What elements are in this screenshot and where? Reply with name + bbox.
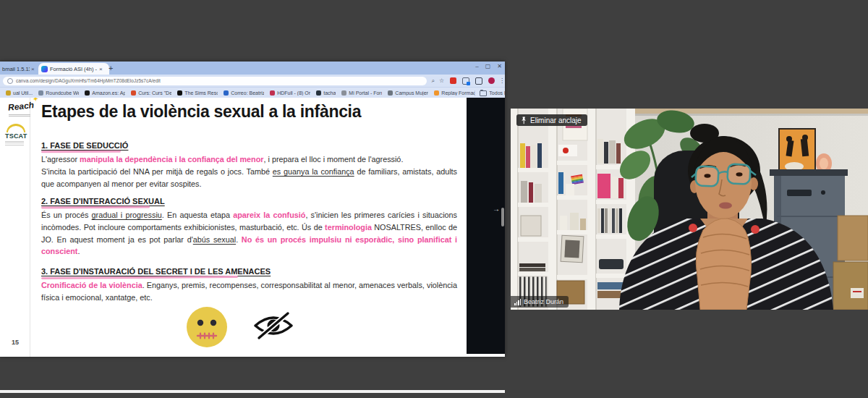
address-bar[interactable]: canva.com/design/DAGguXrmHfs/Tm64HpMmTZ0…	[3, 77, 427, 85]
bookmark-favicon	[341, 90, 346, 96]
bookmark-item[interactable]: Mi Portal - Formaci...	[341, 90, 382, 96]
zoom-icon[interactable]: ⌕	[431, 77, 434, 85]
new-tab-button[interactable]: +	[109, 64, 113, 72]
close-tab-icon[interactable]: ×	[99, 66, 103, 72]
all-bookmarks-button[interactable]: Todos los favoritos	[475, 90, 505, 96]
earring	[751, 225, 760, 234]
browser-toolbar: canva.com/design/DAGguXrmHfs/Tm64HpMmTZ0…	[0, 75, 505, 87]
star-icon: ✦	[33, 98, 39, 103]
browser-tab-active[interactable]: Formació ASI (4h) - Presentaci... ×	[38, 63, 109, 75]
bookmark-star-icon[interactable]: ☆	[439, 77, 444, 84]
earring	[689, 224, 697, 232]
bookmarks-bar: ual Util... Roundcube Webmai... Amazon.e…	[0, 87, 505, 98]
bookmark-favicon	[6, 90, 11, 96]
participant-name-tag: Beatriz Durán	[511, 296, 569, 308]
section-body: És un procés gradual i progressiu. En aq…	[41, 209, 457, 258]
browser-window-bottom-edge	[0, 390, 505, 393]
webcam-scene-illustration	[511, 109, 868, 310]
maximize-button[interactable]: ▢	[485, 63, 491, 69]
slide-page-number: 15	[12, 339, 19, 346]
bookmark-item[interactable]: ual Util...	[6, 90, 33, 96]
mic-level-icon	[514, 299, 521, 305]
canva-canvas-background: →	[467, 98, 505, 354]
cardboard-boxes	[833, 216, 868, 310]
browser-menu-icon[interactable]: ⋮	[499, 77, 505, 84]
bookmark-item[interactable]: Replay Formación d...	[434, 90, 475, 96]
slide-section-3: 3. FASE D'INSTAURACIÓ DEL SECRET I DE LE…	[41, 264, 457, 304]
bookmark-favicon	[224, 90, 229, 96]
site-info-icon[interactable]	[7, 78, 13, 84]
reach-logo-tagline	[9, 113, 30, 117]
browser-tab-inactive[interactable]: bmail 1.5.11 : : ×	[0, 63, 38, 75]
bookmark-item[interactable]: tacha	[316, 90, 336, 96]
bookmark-favicon	[131, 90, 136, 96]
section-body: Cronificació de la violència. Enganys, p…	[41, 279, 457, 304]
slide-section-1: 1. FASE DE SEDUCCIÓ L'agressor manipula …	[41, 138, 457, 190]
screen-share-region: bmail 1.5.11 : : × Formació ASI (4h) - P…	[0, 62, 505, 357]
section-body: L'agressor manipula la dependència i la …	[41, 153, 457, 190]
folder-icon	[480, 90, 487, 96]
section-heading: 3. FASE D'INSTAURACIÓ DEL SECRET I DE LE…	[41, 267, 271, 276]
clasped-hands	[696, 219, 751, 310]
bookmark-item[interactable]: HDFull - (8) Original...	[270, 90, 310, 96]
bookmark-item[interactable]: Curs: Curs "Despleg...	[131, 90, 171, 96]
close-window-button[interactable]: ✕	[497, 63, 502, 69]
bookmark-favicon	[434, 90, 439, 96]
profile-avatar[interactable]	[488, 77, 495, 84]
extension-icon[interactable]	[450, 77, 456, 84]
bookmark-item[interactable]: Correo: Beatriz Dura...	[224, 90, 264, 96]
section-heading: 2. FASE D'INTERACCIÓ SEXUAL	[41, 197, 165, 206]
browser-tab-strip: bmail 1.5.11 : : × Formació ASI (4h) - P…	[0, 62, 505, 75]
tscat-logo: TSCAT	[5, 124, 34, 145]
url-text: canva.com/design/DAGguXrmHfs/Tm64HpMmTZ0…	[16, 78, 161, 83]
canva-favicon-icon	[41, 66, 48, 72]
zipper-mouth-emoji-icon	[186, 306, 228, 348]
bookmark-item[interactable]: Roundcube Webmai...	[38, 90, 79, 96]
slide-section-2: 2. FASE D'INTERACCIÓ SEXUAL És un procés…	[41, 194, 457, 258]
canva-editor: Reach✦ TSCAT 15 Etapes de la violència s…	[0, 98, 505, 357]
bookmark-favicon	[270, 90, 275, 96]
bookmark-item[interactable]: Amazon.es: Apple: T...	[85, 90, 125, 96]
minimize-button[interactable]: –	[475, 63, 478, 69]
pin-icon	[520, 117, 527, 124]
reach-logo: Reach✦	[7, 100, 34, 113]
bookmark-favicon	[85, 90, 90, 96]
tscat-arc-icon	[7, 124, 25, 132]
framed-picture	[779, 129, 815, 174]
slide-title: Etapes de la violència sexual a la infàn…	[41, 102, 446, 122]
expand-panel-arrow-icon[interactable]: →	[493, 205, 500, 213]
wood-shelf-edge	[612, 109, 868, 114]
scrollbar-thumb[interactable]	[501, 208, 504, 226]
pinned-video-label[interactable]: Eliminar anclaje	[516, 114, 587, 126]
pink-swoosh-underline	[41, 151, 121, 153]
cast-icon[interactable]	[475, 77, 482, 85]
tab-group-icon[interactable]	[462, 77, 469, 85]
pink-swoosh-underline	[41, 206, 150, 208]
slide-page[interactable]: Reach✦ TSCAT 15 Etapes de la violència s…	[0, 98, 467, 357]
bookmark-item[interactable]: Campus Mujeres Jur...	[388, 90, 428, 96]
bookmark-favicon	[316, 90, 321, 96]
section-heading: 1. FASE DE SEDUCCIÓ	[41, 141, 128, 150]
bookmark-item[interactable]: The Sims Resource -...	[177, 90, 218, 96]
participant-video[interactable]: Eliminar anclaje Beatriz Durán	[511, 109, 868, 310]
bookshelf-illustration	[511, 109, 635, 310]
close-tab-icon[interactable]: ×	[31, 66, 35, 72]
tab-title: bmail 1.5.11 : :	[2, 66, 30, 72]
bookmark-favicon	[177, 90, 182, 96]
eye-slash-icon	[252, 311, 295, 340]
bookmark-favicon	[38, 90, 43, 96]
tab-title: Formació ASI (4h) - Presentaci...	[50, 66, 98, 72]
bookmark-favicon	[388, 90, 393, 96]
